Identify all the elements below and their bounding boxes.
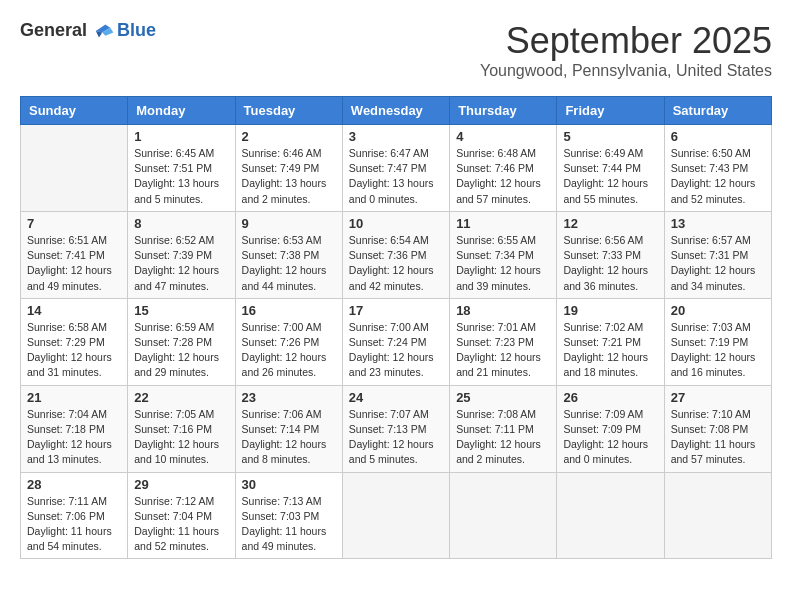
logo-general-text: General: [20, 20, 87, 41]
day-number: 20: [671, 303, 765, 318]
day-number: 7: [27, 216, 121, 231]
day-number: 10: [349, 216, 443, 231]
day-number: 13: [671, 216, 765, 231]
calendar-table: SundayMondayTuesdayWednesdayThursdayFrid…: [20, 96, 772, 559]
day-info: Sunrise: 6:59 AMSunset: 7:28 PMDaylight:…: [134, 320, 228, 381]
day-info: Sunrise: 7:12 AMSunset: 7:04 PMDaylight:…: [134, 494, 228, 555]
day-info: Sunrise: 7:13 AMSunset: 7:03 PMDaylight:…: [242, 494, 336, 555]
calendar-cell: 16Sunrise: 7:00 AMSunset: 7:26 PMDayligh…: [235, 298, 342, 385]
day-info: Sunrise: 6:53 AMSunset: 7:38 PMDaylight:…: [242, 233, 336, 294]
calendar-week-row: 14Sunrise: 6:58 AMSunset: 7:29 PMDayligh…: [21, 298, 772, 385]
calendar-cell: 5Sunrise: 6:49 AMSunset: 7:44 PMDaylight…: [557, 125, 664, 212]
day-header-wednesday: Wednesday: [342, 97, 449, 125]
day-info: Sunrise: 7:07 AMSunset: 7:13 PMDaylight:…: [349, 407, 443, 468]
calendar-cell: [664, 472, 771, 559]
location-subtitle: Youngwood, Pennsylvania, United States: [480, 62, 772, 80]
day-number: 12: [563, 216, 657, 231]
day-number: 25: [456, 390, 550, 405]
calendar-cell: [450, 472, 557, 559]
calendar-cell: 29Sunrise: 7:12 AMSunset: 7:04 PMDayligh…: [128, 472, 235, 559]
calendar-cell: 13Sunrise: 6:57 AMSunset: 7:31 PMDayligh…: [664, 211, 771, 298]
logo-blue-text: Blue: [117, 20, 156, 41]
day-number: 24: [349, 390, 443, 405]
day-info: Sunrise: 6:46 AMSunset: 7:49 PMDaylight:…: [242, 146, 336, 207]
day-info: Sunrise: 6:50 AMSunset: 7:43 PMDaylight:…: [671, 146, 765, 207]
calendar-cell: 23Sunrise: 7:06 AMSunset: 7:14 PMDayligh…: [235, 385, 342, 472]
day-info: Sunrise: 6:58 AMSunset: 7:29 PMDaylight:…: [27, 320, 121, 381]
day-number: 17: [349, 303, 443, 318]
day-info: Sunrise: 7:08 AMSunset: 7:11 PMDaylight:…: [456, 407, 550, 468]
calendar-cell: 8Sunrise: 6:52 AMSunset: 7:39 PMDaylight…: [128, 211, 235, 298]
day-info: Sunrise: 7:05 AMSunset: 7:16 PMDaylight:…: [134, 407, 228, 468]
day-number: 23: [242, 390, 336, 405]
calendar-cell: 22Sunrise: 7:05 AMSunset: 7:16 PMDayligh…: [128, 385, 235, 472]
day-info: Sunrise: 7:11 AMSunset: 7:06 PMDaylight:…: [27, 494, 121, 555]
calendar-cell: 3Sunrise: 6:47 AMSunset: 7:47 PMDaylight…: [342, 125, 449, 212]
day-info: Sunrise: 6:56 AMSunset: 7:33 PMDaylight:…: [563, 233, 657, 294]
day-info: Sunrise: 6:49 AMSunset: 7:44 PMDaylight:…: [563, 146, 657, 207]
calendar-cell: 26Sunrise: 7:09 AMSunset: 7:09 PMDayligh…: [557, 385, 664, 472]
day-header-sunday: Sunday: [21, 97, 128, 125]
day-number: 6: [671, 129, 765, 144]
calendar-cell: 19Sunrise: 7:02 AMSunset: 7:21 PMDayligh…: [557, 298, 664, 385]
day-header-friday: Friday: [557, 97, 664, 125]
day-number: 4: [456, 129, 550, 144]
calendar-cell: 6Sunrise: 6:50 AMSunset: 7:43 PMDaylight…: [664, 125, 771, 212]
day-number: 22: [134, 390, 228, 405]
day-number: 14: [27, 303, 121, 318]
day-number: 21: [27, 390, 121, 405]
day-number: 3: [349, 129, 443, 144]
day-number: 8: [134, 216, 228, 231]
calendar-cell: 1Sunrise: 6:45 AMSunset: 7:51 PMDaylight…: [128, 125, 235, 212]
logo-bird-icon: [91, 21, 115, 41]
day-number: 30: [242, 477, 336, 492]
day-info: Sunrise: 6:45 AMSunset: 7:51 PMDaylight:…: [134, 146, 228, 207]
day-info: Sunrise: 7:03 AMSunset: 7:19 PMDaylight:…: [671, 320, 765, 381]
calendar-cell: 17Sunrise: 7:00 AMSunset: 7:24 PMDayligh…: [342, 298, 449, 385]
calendar-cell: 20Sunrise: 7:03 AMSunset: 7:19 PMDayligh…: [664, 298, 771, 385]
day-number: 11: [456, 216, 550, 231]
calendar-cell: 28Sunrise: 7:11 AMSunset: 7:06 PMDayligh…: [21, 472, 128, 559]
calendar-cell: 11Sunrise: 6:55 AMSunset: 7:34 PMDayligh…: [450, 211, 557, 298]
calendar-cell: [342, 472, 449, 559]
calendar-cell: 27Sunrise: 7:10 AMSunset: 7:08 PMDayligh…: [664, 385, 771, 472]
calendar-cell: 10Sunrise: 6:54 AMSunset: 7:36 PMDayligh…: [342, 211, 449, 298]
calendar-header-row: SundayMondayTuesdayWednesdayThursdayFrid…: [21, 97, 772, 125]
day-number: 16: [242, 303, 336, 318]
logo: General Blue: [20, 20, 156, 41]
day-info: Sunrise: 7:01 AMSunset: 7:23 PMDaylight:…: [456, 320, 550, 381]
day-info: Sunrise: 7:04 AMSunset: 7:18 PMDaylight:…: [27, 407, 121, 468]
day-info: Sunrise: 7:06 AMSunset: 7:14 PMDaylight:…: [242, 407, 336, 468]
day-info: Sunrise: 6:47 AMSunset: 7:47 PMDaylight:…: [349, 146, 443, 207]
calendar-cell: [21, 125, 128, 212]
calendar-cell: 25Sunrise: 7:08 AMSunset: 7:11 PMDayligh…: [450, 385, 557, 472]
calendar-cell: 18Sunrise: 7:01 AMSunset: 7:23 PMDayligh…: [450, 298, 557, 385]
day-info: Sunrise: 6:54 AMSunset: 7:36 PMDaylight:…: [349, 233, 443, 294]
day-info: Sunrise: 7:10 AMSunset: 7:08 PMDaylight:…: [671, 407, 765, 468]
day-header-tuesday: Tuesday: [235, 97, 342, 125]
calendar-cell: 4Sunrise: 6:48 AMSunset: 7:46 PMDaylight…: [450, 125, 557, 212]
calendar-cell: [557, 472, 664, 559]
calendar-week-row: 7Sunrise: 6:51 AMSunset: 7:41 PMDaylight…: [21, 211, 772, 298]
day-info: Sunrise: 6:52 AMSunset: 7:39 PMDaylight:…: [134, 233, 228, 294]
calendar-week-row: 28Sunrise: 7:11 AMSunset: 7:06 PMDayligh…: [21, 472, 772, 559]
calendar-week-row: 21Sunrise: 7:04 AMSunset: 7:18 PMDayligh…: [21, 385, 772, 472]
day-info: Sunrise: 7:09 AMSunset: 7:09 PMDaylight:…: [563, 407, 657, 468]
calendar-week-row: 1Sunrise: 6:45 AMSunset: 7:51 PMDaylight…: [21, 125, 772, 212]
calendar-cell: 15Sunrise: 6:59 AMSunset: 7:28 PMDayligh…: [128, 298, 235, 385]
day-number: 19: [563, 303, 657, 318]
calendar-cell: 21Sunrise: 7:04 AMSunset: 7:18 PMDayligh…: [21, 385, 128, 472]
day-info: Sunrise: 7:00 AMSunset: 7:24 PMDaylight:…: [349, 320, 443, 381]
calendar-cell: 2Sunrise: 6:46 AMSunset: 7:49 PMDaylight…: [235, 125, 342, 212]
day-number: 29: [134, 477, 228, 492]
day-number: 5: [563, 129, 657, 144]
day-number: 9: [242, 216, 336, 231]
calendar-cell: 14Sunrise: 6:58 AMSunset: 7:29 PMDayligh…: [21, 298, 128, 385]
day-number: 15: [134, 303, 228, 318]
month-title: September 2025: [480, 20, 772, 62]
day-info: Sunrise: 6:57 AMSunset: 7:31 PMDaylight:…: [671, 233, 765, 294]
day-header-monday: Monday: [128, 97, 235, 125]
day-number: 27: [671, 390, 765, 405]
day-info: Sunrise: 6:55 AMSunset: 7:34 PMDaylight:…: [456, 233, 550, 294]
calendar-cell: 9Sunrise: 6:53 AMSunset: 7:38 PMDaylight…: [235, 211, 342, 298]
